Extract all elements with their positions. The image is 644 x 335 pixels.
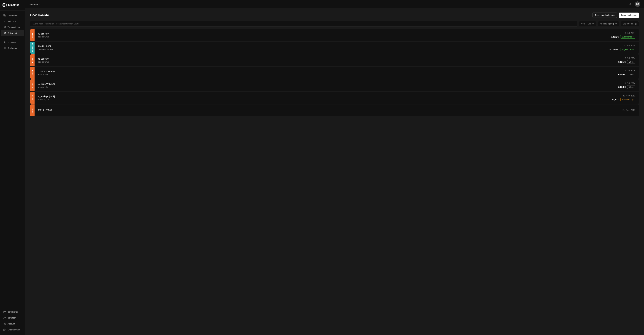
- document-amount: 20,00 €: [612, 98, 619, 101]
- sort-button[interactable]: Hinzugefügt: [598, 21, 619, 26]
- export-icon: [634, 23, 636, 25]
- chevron-down-icon: [38, 3, 41, 5]
- rechnungen-label: Rechnungen: [8, 47, 19, 49]
- company-icon: [4, 329, 6, 331]
- sort-icon: [600, 23, 602, 25]
- document-right: 1. Juli 2024 68,59 € Offen: [611, 67, 639, 79]
- document-info: in_FlMbqvCjWhfljI Webflow, Inc.: [34, 92, 608, 104]
- document-date: 1. Juli 2024: [625, 69, 635, 72]
- sidebar-bottom: Bankkonten Benutzer Account: [0, 307, 25, 335]
- sidebar-item-transaktionen[interactable]: Transaktionen: [1, 24, 24, 30]
- sidebar-item-rechnungen[interactable]: Rechnungen: [1, 45, 24, 51]
- svg-rect-16: [4, 330, 5, 331]
- invoices-icon: [4, 47, 6, 49]
- svg-point-11: [4, 317, 5, 318]
- svg-rect-2: [4, 14, 4, 15]
- document-info: 92019-133506: [34, 104, 611, 116]
- date-bis-label: Bis: [588, 22, 591, 25]
- sidebar-item-dokumente[interactable]: Dokumente: [1, 30, 24, 36]
- document-amount-row: 68,59 € Offen: [618, 73, 635, 76]
- svg-rect-3: [5, 14, 6, 15]
- sidebar-item-metrics-ai[interactable]: Metrics AI: [1, 18, 24, 24]
- search-input[interactable]: [30, 21, 577, 27]
- bank-icon: [4, 311, 6, 313]
- document-company: amazon.de: [38, 86, 608, 88]
- document-type-badge: Beleg: [30, 54, 34, 66]
- document-row[interactable]: Beleg LU43GUVXLAEUI amazon.de 1. Juli 20…: [30, 79, 639, 91]
- status-badge: Zugeordnet: [620, 35, 635, 38]
- document-number: LU43GUVXLAEUI: [38, 70, 608, 73]
- status-badge: Offen: [627, 73, 635, 76]
- date-separator: -: [586, 22, 587, 25]
- document-amount-row: 13,21 € Offen: [618, 60, 635, 64]
- document-row[interactable]: Beleg LU43GUVXLAEUI amazon.de 1. Juli 20…: [30, 67, 639, 79]
- header-actions: Rechnung hochladen Beleg hochladen: [592, 12, 639, 18]
- document-company: netcup GmbH: [38, 36, 605, 38]
- documents-icon: [4, 32, 6, 34]
- chevron-down-icon: [592, 23, 594, 25]
- document-company: Webflow, Inc.: [38, 98, 605, 101]
- document-info: LU43GUVXLAEUI amazon.de: [34, 79, 611, 91]
- user-avatar[interactable]: KZ: [635, 1, 640, 7]
- sidebar-item-kontakte[interactable]: Kontakte: [1, 39, 24, 45]
- date-von-label: Von: [581, 22, 585, 25]
- bankkonten-label: Bankkonten: [8, 311, 18, 313]
- document-number: LU43GUVXLAEUI: [38, 83, 608, 85]
- document-right: 1. Juli 2024 68,59 € Offen: [611, 79, 639, 91]
- notifications-button[interactable]: [627, 1, 632, 6]
- beleg-hochladen-button[interactable]: Beleg hochladen: [619, 12, 639, 18]
- document-company: Beispielfirma AG: [38, 48, 602, 50]
- document-right: 8. Juli 2024 13,21 € Offen: [611, 54, 639, 66]
- rechnung-hochladen-button[interactable]: Rechnung hochladen: [592, 12, 617, 18]
- document-row[interactable]: Beleg 92019-133506 21. Dez. 2019: [30, 104, 639, 116]
- document-amount: 13,21 €: [618, 61, 626, 63]
- page-content: Dokumente Rechnung hochladen Beleg hochl…: [25, 8, 644, 335]
- document-right: 21. Dez. 2019: [611, 104, 639, 116]
- bimetrics-logo-icon: [2, 3, 7, 7]
- svg-rect-4: [4, 15, 4, 16]
- document-date: 1. Juni 2024: [624, 44, 635, 47]
- document-type-badge: Beleg: [30, 92, 34, 104]
- document-row[interactable]: Beleg in_FlMbqvCjWhfljI Webflow, Inc. 30…: [30, 92, 639, 104]
- date-range-picker[interactable]: Von - Bis: [579, 21, 596, 26]
- page-header: Dokumente Rechnung hochladen Beleg hochl…: [30, 12, 639, 18]
- sidebar-logo: bimetrics: [0, 0, 25, 10]
- document-type-badge: Rechnung: [30, 42, 34, 54]
- metrics-label: Metrics AI: [8, 20, 16, 22]
- dashboard-label: Dashboard: [8, 14, 18, 16]
- metrics-icon: [4, 20, 6, 22]
- document-number: 92019-133506: [38, 109, 608, 111]
- document-amount-row: 20,00 € Unvollständig: [612, 98, 635, 101]
- unternehmen-label: Unternehmen: [8, 329, 20, 331]
- workspace-selector[interactable]: bimetrics: [29, 3, 41, 5]
- sidebar-item-account[interactable]: Account: [1, 321, 24, 327]
- sort-label: Hinzugefügt: [603, 22, 614, 25]
- document-amount-row: 3.022,60 € Zugeordnet: [608, 48, 635, 51]
- document-row[interactable]: Beleg nc-3653644 netcup GmbH 8. Juli 202…: [30, 29, 639, 41]
- document-row[interactable]: Beleg nc-3653644 netcup GmbH 8. Juli 202…: [30, 54, 639, 66]
- bell-icon: [628, 2, 632, 6]
- sidebar-item-bankkonten[interactable]: Bankkonten: [1, 309, 24, 315]
- svg-point-8: [4, 41, 5, 42]
- document-date: 8. Juli 2024: [625, 57, 635, 59]
- sidebar-item-benutzer[interactable]: Benutzer: [1, 315, 24, 321]
- dokumente-label: Dokumente: [8, 32, 18, 34]
- svg-point-1: [4, 4, 5, 5]
- workspace-name: bimetrics: [29, 3, 38, 5]
- document-info: nc-3653644 netcup GmbH: [34, 29, 608, 41]
- document-row[interactable]: Rechnung INV-2024-002 Beispielfirma AG 1…: [30, 42, 639, 54]
- document-list: Beleg nc-3653644 netcup GmbH 8. Juli 202…: [30, 29, 639, 116]
- app-name: bimetrics: [8, 3, 19, 6]
- account-label: Account: [8, 323, 15, 325]
- status-badge: Zugeordnet: [620, 48, 635, 51]
- sidebar-item-dashboard[interactable]: Dashboard: [1, 12, 24, 18]
- document-amount: 68,59 €: [618, 86, 626, 88]
- sidebar-item-unternehmen[interactable]: Unternehmen: [1, 327, 24, 333]
- document-type-badge: Beleg: [30, 104, 34, 116]
- export-button[interactable]: Exportieren: [621, 21, 639, 26]
- avatar-initials: KZ: [636, 3, 639, 5]
- svg-point-12: [5, 317, 6, 318]
- main-content: bimetrics KZ Dokumente Rechnung hochlade…: [25, 0, 644, 335]
- document-type-badge: Beleg: [30, 29, 34, 41]
- document-right: 8. Juli 2024 13,21 € Zugeordnet: [608, 29, 639, 41]
